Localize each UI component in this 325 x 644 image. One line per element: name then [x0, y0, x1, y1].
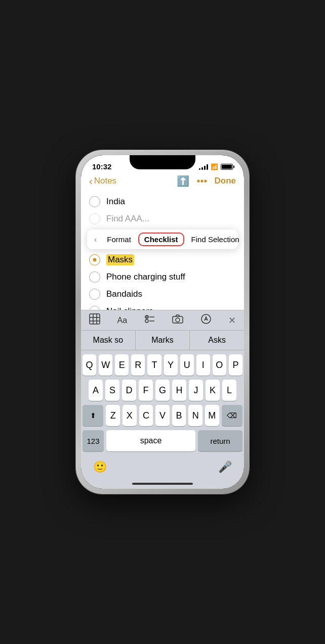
item-text: India	[106, 197, 125, 207]
checklist-area: India Find AAA... ‹ Format Checklist	[81, 191, 244, 310]
key-m[interactable]: M	[205, 405, 219, 426]
nav-actions: ⬆️ ••• Done	[177, 175, 236, 187]
phone-frame: 10:32 📶 ‹ N	[76, 150, 249, 494]
svg-point-12	[201, 314, 211, 324]
signal-icon	[199, 164, 208, 170]
key-x[interactable]: X	[123, 405, 137, 426]
format-aa-icon[interactable]: Aa	[117, 316, 127, 325]
item-text: Phone charging stuff	[106, 272, 185, 282]
checkbox[interactable]	[89, 289, 100, 300]
autocomplete-item[interactable]: Asks	[190, 331, 244, 350]
key-r[interactable]: R	[131, 354, 145, 376]
key-n[interactable]: N	[188, 405, 202, 426]
autocomplete-item[interactable]: Mask so	[81, 331, 136, 350]
table-icon[interactable]	[89, 313, 100, 327]
key-w[interactable]: W	[99, 354, 112, 376]
checkbox[interactable]	[89, 254, 100, 265]
key-s[interactable]: S	[105, 380, 119, 401]
item-text: Masks	[106, 254, 134, 265]
share-icon[interactable]: ⬆️	[177, 175, 189, 187]
item-text: Find AAA...	[106, 214, 149, 224]
status-icons: 📶	[199, 163, 233, 170]
battery-icon	[221, 164, 233, 170]
mic-icon[interactable]: 🎤	[218, 461, 232, 474]
checkbox[interactable]	[89, 271, 100, 283]
item-text: Bandaids	[106, 289, 142, 299]
checkbox[interactable]	[89, 306, 100, 310]
key-b[interactable]: B	[172, 405, 186, 426]
keyboard: Q W E R T Y U I O P A S	[81, 350, 244, 457]
more-icon[interactable]: •••	[196, 175, 207, 187]
home-indicator-area	[81, 481, 244, 489]
content-area: India Find AAA... ‹ Format Checklist	[81, 191, 244, 489]
autocomplete-bar: Mask so Marks Asks	[81, 330, 244, 350]
keyboard-toolbar: Aa	[81, 310, 244, 330]
list-item[interactable]: Find AAA...	[81, 210, 244, 227]
key-g[interactable]: G	[155, 380, 170, 401]
list-item[interactable]: Masks	[81, 251, 244, 268]
home-bar	[132, 483, 193, 485]
close-keyboard-icon[interactable]: ✕	[228, 315, 236, 326]
autocomplete-item[interactable]: Marks	[136, 331, 190, 350]
checkbox[interactable]	[89, 196, 100, 207]
numbers-key[interactable]: 123	[83, 430, 104, 451]
emoji-icon[interactable]: 🙂	[93, 461, 107, 474]
key-l[interactable]: L	[222, 380, 236, 401]
key-d[interactable]: D	[122, 380, 136, 401]
key-row-3: ⬆ Z X C V B N M ⌫	[83, 405, 242, 426]
phone-inner: 10:32 📶 ‹ N	[81, 155, 244, 489]
svg-point-9	[146, 316, 147, 318]
key-i[interactable]: I	[196, 354, 210, 376]
space-key[interactable]: space	[106, 430, 195, 451]
screen: 10:32 📶 ‹ N	[81, 155, 244, 489]
done-button[interactable]: Done	[215, 176, 236, 186]
notch	[130, 155, 195, 169]
key-h[interactable]: H	[172, 380, 186, 401]
return-key[interactable]: return	[198, 430, 242, 451]
key-k[interactable]: K	[206, 380, 220, 401]
find-selection-button[interactable]: Find Selection	[186, 233, 244, 246]
back-label[interactable]: Notes	[94, 176, 116, 186]
nav-bar: ‹ Notes ⬆️ ••• Done	[81, 173, 244, 191]
key-o[interactable]: O	[213, 354, 226, 376]
item-text: Nail clippers	[106, 306, 153, 310]
key-y[interactable]: Y	[164, 354, 178, 376]
key-q[interactable]: Q	[83, 354, 96, 376]
list-item[interactable]: Phone charging stuff	[81, 268, 244, 286]
key-e[interactable]: E	[115, 354, 129, 376]
status-time: 10:32	[92, 162, 111, 171]
key-a[interactable]: A	[89, 380, 103, 401]
checkbox[interactable]	[89, 213, 100, 224]
key-z[interactable]: Z	[106, 405, 120, 426]
key-p[interactable]: P	[229, 354, 242, 376]
svg-point-6	[145, 319, 148, 323]
list-item[interactable]: India	[81, 193, 244, 210]
key-c[interactable]: C	[139, 405, 153, 426]
markup-icon[interactable]	[200, 313, 212, 327]
checklist-button[interactable]: Checklist	[138, 233, 184, 246]
checklist-icon[interactable]	[144, 313, 155, 327]
key-row-2: A S D F G H J K L	[83, 380, 242, 401]
list-item[interactable]: Bandaids	[81, 286, 244, 303]
svg-rect-0	[90, 314, 100, 324]
key-v[interactable]: V	[155, 405, 170, 426]
format-button[interactable]: Format	[102, 233, 136, 246]
svg-point-11	[176, 318, 180, 322]
key-t[interactable]: T	[147, 354, 161, 376]
toolbar-prev-button[interactable]: ‹	[91, 233, 100, 246]
back-chevron-icon: ‹	[89, 175, 93, 187]
key-row-4: 123 space return	[83, 430, 242, 451]
key-f[interactable]: F	[139, 380, 153, 401]
list-item[interactable]: Nail clippers	[81, 303, 244, 310]
wifi-icon: 📶	[211, 163, 218, 170]
key-j[interactable]: J	[189, 380, 203, 401]
camera-icon[interactable]	[172, 314, 183, 326]
key-u[interactable]: U	[180, 354, 194, 376]
shift-key[interactable]: ⬆	[83, 405, 103, 426]
key-row-1: Q W E R T Y U I O P	[83, 354, 242, 376]
backspace-key[interactable]: ⌫	[222, 405, 242, 426]
bottom-bar: 🙂 🎤	[81, 457, 244, 481]
back-button[interactable]: ‹ Notes	[89, 175, 177, 187]
format-toolbar: ‹ Format Checklist Find Selection ›	[87, 229, 238, 249]
